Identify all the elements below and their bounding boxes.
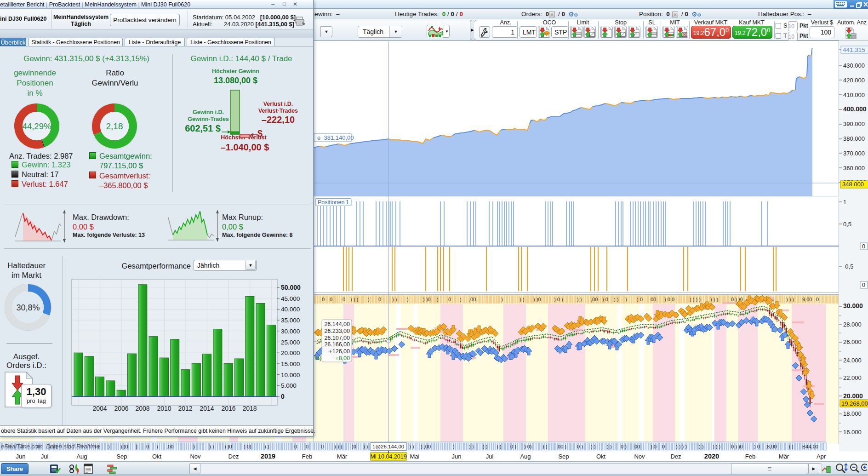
svg-text:) )0: ) )0: [423, 297, 431, 302]
svg-text:): ): [460, 297, 462, 302]
svg-text:) ): ) ): [209, 444, 214, 449]
svg-text:26.144,00: 26.144,00: [324, 321, 350, 327]
svg-text:5.000: 5.000: [281, 382, 297, 389]
svg-text:2006: 2006: [114, 405, 128, 412]
svg-text:2010: 2010: [157, 405, 171, 412]
svg-text:) 0: ) 0: [651, 444, 657, 449]
svg-text:348.000: 348.000: [842, 181, 864, 188]
svg-text:,00 ): ,00 ): [556, 444, 566, 449]
svg-text:Dez: Dez: [670, 453, 681, 460]
svg-text:Mi 10.04.2019: Mi 10.04.2019: [370, 453, 406, 460]
svg-text:Nov: Nov: [190, 453, 201, 460]
svg-text:Jul: Jul: [486, 453, 494, 460]
svg-text:2018: 2018: [242, 405, 257, 412]
svg-text:0: 0: [662, 444, 665, 449]
svg-text:0,5: 0,5: [843, 221, 851, 228]
svg-text:2020: 2020: [704, 453, 719, 460]
svg-text:0: 0: [343, 297, 345, 302]
svg-text:) ): ) ): [469, 444, 474, 449]
svg-text:00: 00: [634, 444, 640, 449]
svg-text:): ): [193, 444, 195, 449]
svg-text:22.000: 22.000: [843, 374, 862, 381]
svg-text:Feb: Feb: [745, 453, 755, 460]
svg-text:B44,00: B44,00: [802, 444, 818, 449]
svg-text:Okt: Okt: [152, 453, 162, 460]
svg-text:0: 0: [862, 282, 865, 288]
svg-text:400.000: 400.000: [843, 105, 867, 113]
svg-text:35.000: 35.000: [281, 317, 300, 324]
svg-text:) 0: ) 0: [754, 444, 760, 449]
svg-text:e 381.140,00: e 381.140,00: [317, 134, 354, 141]
svg-text:) ): ) ): [614, 297, 618, 302]
svg-text:;8,00: ;8,00: [765, 444, 777, 449]
svg-text:) ) ): ) ) ): [350, 297, 358, 302]
svg-text:Jun: Jun: [16, 453, 26, 460]
svg-text:30.000: 30.000: [843, 302, 863, 310]
svg-text:18.000: 18.000: [843, 410, 862, 417]
svg-text:0 ): 0 ): [577, 444, 583, 449]
svg-text:): ): [625, 297, 627, 302]
svg-text:Aug: Aug: [520, 453, 531, 460]
svg-text:) ): ) ): [520, 297, 524, 302]
svg-text:410.000: 410.000: [843, 92, 865, 98]
svg-text:) 0 0: ) 0 0: [664, 297, 674, 302]
svg-text:) ): ) ): [577, 297, 582, 302]
svg-text:) ): ) ): [542, 444, 547, 449]
svg-text:Dez: Dez: [228, 453, 239, 460]
svg-text:0: 0: [322, 297, 325, 302]
svg-text:26.233,00: 26.233,00: [324, 328, 350, 334]
svg-text:0 ) )0: 0 ) )0: [731, 444, 743, 449]
svg-text:) ): ) ): [788, 444, 793, 449]
svg-text:390.000: 390.000: [843, 120, 865, 127]
svg-text:) ): ) ): [483, 444, 487, 449]
svg-text:9,00: 9,00: [802, 297, 812, 302]
svg-text:) ): ) ): [392, 297, 397, 302]
svg-text:25.000: 25.000: [281, 339, 300, 346]
svg-text:2012: 2012: [178, 405, 192, 412]
svg-text:): ): [368, 297, 370, 302]
svg-text:) 0: ) 0: [602, 297, 608, 302]
svg-text:+8,00: +8,00: [335, 355, 350, 361]
svg-text:) ,00: ) ,00: [421, 444, 431, 449]
svg-text:50.000: 50.000: [281, 284, 301, 291]
svg-text:) ): ) ): [409, 444, 414, 449]
svg-text:Mär: Mär: [779, 453, 789, 460]
svg-text:Aug: Aug: [76, 453, 87, 460]
svg-text:0: 0: [321, 444, 324, 449]
svg-text:15.000: 15.000: [281, 361, 300, 367]
svg-text:28.000: 28.000: [843, 321, 862, 328]
svg-text:2014: 2014: [200, 405, 214, 412]
svg-text:0: 0: [862, 243, 865, 250]
svg-text:2008: 2008: [135, 405, 149, 412]
svg-text:) ): ) ): [264, 444, 269, 449]
svg-text:) 0): ) 0): [524, 444, 532, 449]
svg-text:): ): [156, 444, 158, 449]
svg-text:0: 0: [281, 393, 285, 400]
svg-text:45.000: 45.000: [281, 295, 300, 302]
svg-text:): ): [407, 297, 409, 302]
svg-text:) 0: ) 0: [637, 297, 643, 302]
svg-text:) ): ) ): [363, 444, 368, 449]
svg-text:): ): [108, 444, 110, 449]
svg-text:20.000: 20.000: [843, 392, 863, 400]
svg-text:Sep: Sep: [116, 453, 127, 460]
svg-text:) ): ) ): [497, 444, 501, 449]
svg-text:1@26.144,00: 1@26.144,00: [372, 444, 404, 449]
svg-text:,00: ,00: [469, 297, 476, 302]
svg-text:26.000: 26.000: [843, 338, 862, 345]
svg-text:): ): [437, 297, 439, 302]
svg-text:1: 1: [346, 199, 349, 206]
svg-text:Jul: Jul: [41, 453, 49, 460]
svg-text:,00: ,00: [166, 444, 173, 449]
svg-text:0: 0: [306, 444, 308, 449]
svg-text:Sep: Sep: [558, 453, 569, 460]
svg-text:Mai: Mai: [410, 453, 420, 460]
svg-text:) ) ): ) ) ): [786, 297, 794, 302]
svg-text:2,18: 2,18: [106, 121, 123, 131]
svg-text:): ): [501, 297, 503, 302]
svg-text:): ): [453, 444, 455, 449]
svg-text:Feb: Feb: [302, 453, 312, 460]
svg-text:2004: 2004: [92, 405, 107, 412]
svg-text:26.166,00: 26.166,00: [324, 341, 350, 348]
svg-text:24.000: 24.000: [843, 357, 862, 364]
